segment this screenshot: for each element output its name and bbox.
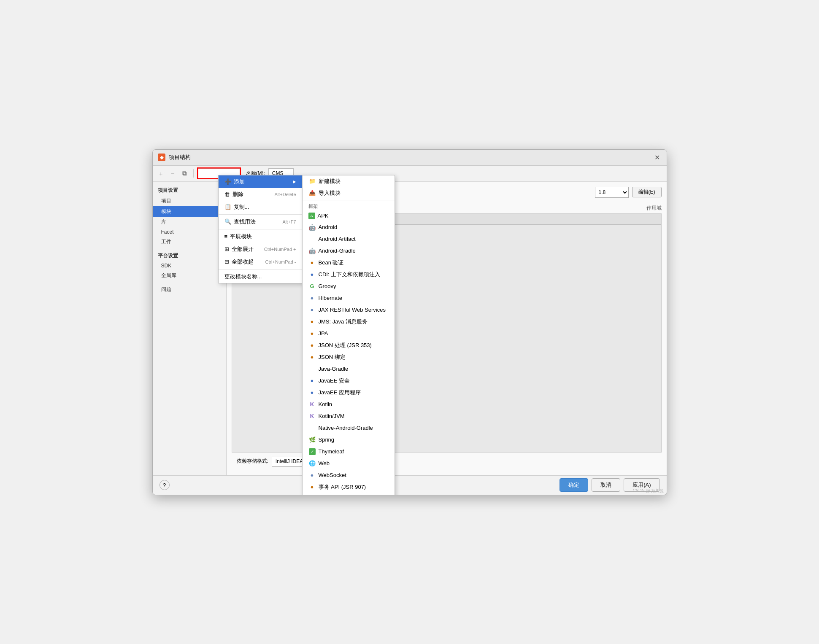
translate-arrow: ▼	[247, 216, 252, 223]
add-module-button[interactable]: +	[156, 168, 166, 178]
translate-label: 编译	[235, 216, 246, 223]
remove-module-button[interactable]: −	[168, 168, 178, 178]
module-header: 📁 1.8 (java ve 1.8 编辑(E)	[232, 187, 662, 198]
sdk-version-label: 📁 1.8 (java ve	[232, 189, 267, 195]
sidebar: 项目设置 项目 模块 库 Facet 工件 平台设置 SDK 全局库 问题	[153, 182, 227, 475]
toolbar: + − ⧉ 名称(M): CMS	[153, 166, 667, 182]
sidebar-item-issues[interactable]: 问题	[153, 284, 226, 295]
cancel-button[interactable]: 取消	[592, 478, 620, 492]
cms-input[interactable]: CMS	[268, 168, 294, 178]
section-project-settings: 项目设置	[153, 185, 226, 196]
sidebar-item-modules[interactable]: 模块	[153, 206, 226, 217]
dependencies-table[interactable]: 编译 ▼	[232, 213, 662, 453]
section-platform-settings: 平台设置	[153, 251, 226, 261]
sidebar-item-global-libs[interactable]: 全局库	[153, 270, 226, 281]
table-header: 编译 ▼	[232, 214, 661, 225]
watermark: CSDN @ 万川源	[632, 488, 664, 494]
right-panel: 📁 1.8 (java ve 1.8 编辑(E) 作用域 编译 ▼	[227, 182, 667, 475]
bottom-bar: ? 确定 取消 应用(A)	[153, 475, 667, 495]
scope-label: 作用域	[646, 205, 662, 212]
sidebar-item-artifacts[interactable]: 工件	[153, 237, 226, 247]
module-name-box[interactable]	[198, 168, 240, 178]
sidebar-item-sdk[interactable]: SDK	[153, 261, 226, 270]
dep-format-label: 依赖存储格式:	[237, 458, 268, 465]
help-button[interactable]: ?	[159, 480, 170, 490]
copy-module-button[interactable]: ⧉	[180, 168, 190, 178]
title-bar-left: ◆ 项目结构	[158, 154, 191, 161]
sidebar-item-project[interactable]: 项目	[153, 196, 226, 206]
module-name-wrapper	[197, 167, 241, 179]
edit-button[interactable]: 编辑(E)	[632, 187, 662, 197]
name-label: 名称(M):	[246, 170, 265, 177]
title-bar: ◆ 项目结构 ✕	[153, 150, 667, 166]
confirm-button[interactable]: 确定	[560, 478, 588, 492]
project-structure-dialog: ◆ 项目结构 ✕ + − ⧉ 名称(M): CMS 项目设置 项目 模块 库 F…	[152, 149, 667, 495]
dialog-title: 项目结构	[169, 154, 191, 161]
app-icon: ◆	[158, 154, 165, 161]
close-button[interactable]: ✕	[653, 153, 662, 162]
main-content: 项目设置 项目 模块 库 Facet 工件 平台设置 SDK 全局库 问题 📁 …	[153, 182, 667, 475]
dep-format-row: 依赖存储格式: IntelliJ IDEA (.iml)	[232, 453, 662, 470]
sidebar-item-library[interactable]: 库	[153, 217, 226, 227]
folder-icon: 📁	[232, 189, 238, 195]
sdk-select[interactable]: 1.8	[595, 187, 629, 198]
dep-format-select[interactable]: IntelliJ IDEA (.iml)	[272, 456, 325, 467]
sidebar-item-facet[interactable]: Facet	[153, 227, 226, 237]
